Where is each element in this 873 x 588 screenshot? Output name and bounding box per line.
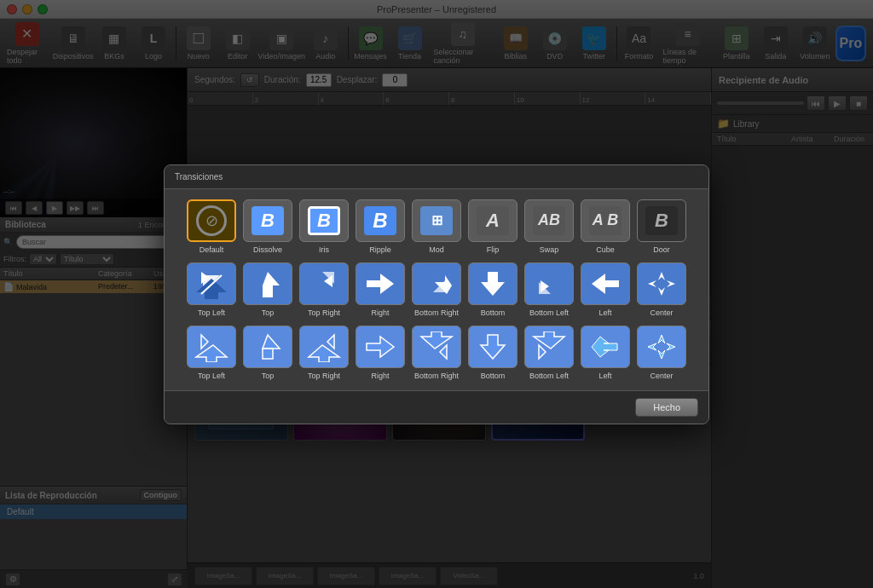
trans-topright-2-icon [299, 326, 349, 368]
trans-left-2-label: Left [598, 372, 611, 380]
svg-marker-25 [440, 345, 447, 359]
trans-center-1-label: Center [650, 308, 673, 317]
svg-marker-14 [658, 272, 665, 280]
trans-mod-label: Mod [429, 245, 444, 254]
trans-top-2-icon [243, 326, 292, 368]
trans-topright-1-icon [299, 262, 349, 305]
svg-marker-30 [592, 337, 617, 357]
trans-left-2-icon [581, 326, 630, 368]
transitions-grid: ⊘ Default B Dissolve B I [165, 189, 708, 390]
trans-ripple-icon: B [356, 199, 405, 242]
transitions-header: Transiciones [165, 165, 708, 189]
trans-bottomleft-2-icon [524, 326, 574, 368]
svg-marker-28 [539, 345, 546, 359]
trans-bottomright-2[interactable]: Bottom Right [412, 326, 461, 380]
svg-marker-13 [592, 274, 619, 294]
trans-dissolve-label: Dissolve [253, 245, 282, 254]
trans-top-2-label: Top [262, 372, 275, 380]
trans-default[interactable]: ⊘ Default [187, 199, 236, 254]
svg-rect-21 [263, 349, 273, 359]
trans-topright-2[interactable]: Top Right [299, 326, 349, 380]
trans-top-1[interactable]: Top [243, 262, 292, 317]
svg-marker-10 [481, 272, 505, 296]
trans-right-2[interactable]: Right [356, 326, 405, 380]
trans-bottomright-1-icon [412, 262, 461, 305]
trans-bottomright-1-label: Bottom Right [414, 308, 459, 317]
trans-center-2-icon [637, 326, 686, 368]
trans-swap-icon: AB [524, 199, 574, 242]
svg-marker-31 [658, 335, 665, 343]
trans-door-icon: B [637, 199, 686, 242]
trans-bottom-2-icon [468, 326, 517, 368]
svg-marker-33 [658, 350, 665, 359]
trans-bottom-2-label: Bottom [481, 372, 506, 380]
trans-topleft-2[interactable]: Top Left [187, 326, 236, 380]
trans-mod[interactable]: ⊞ Mod [412, 199, 461, 254]
trans-bottom-2[interactable]: Bottom [468, 326, 517, 380]
svg-marker-3 [263, 272, 280, 285]
transition-type-row: ⊘ Default B Dissolve B I [175, 199, 698, 254]
hecho-button[interactable]: Hecho [635, 398, 698, 417]
trans-top-2[interactable]: Top [243, 326, 292, 380]
transition-arrow-row2: Top Left Top Top Right [175, 326, 698, 380]
trans-iris[interactable]: B Iris [299, 199, 349, 254]
trans-topright-2-label: Top Right [308, 372, 340, 380]
trans-right-1-label: Right [371, 308, 389, 317]
svg-marker-17 [648, 280, 656, 287]
trans-center-2[interactable]: Center [637, 326, 686, 380]
trans-default-label: Default [199, 245, 224, 254]
trans-left-1-label: Left [598, 308, 611, 317]
svg-marker-22 [327, 335, 334, 349]
trans-dissolve-icon: B [243, 199, 292, 242]
trans-top-1-icon [243, 262, 292, 305]
trans-center-1-icon [637, 262, 686, 305]
trans-topleft-2-icon [187, 326, 236, 368]
trans-cube[interactable]: A B Cube [581, 199, 630, 254]
trans-dissolve[interactable]: B Dissolve [243, 199, 292, 254]
transitions-overlay: Transiciones ⊘ Default B [0, 0, 873, 588]
svg-marker-7 [367, 274, 394, 294]
trans-flip-label: Flip [487, 245, 500, 254]
transition-arrow-row1: Top Left Top Top Right [175, 262, 698, 317]
trans-bottom-1[interactable]: Bottom [468, 262, 517, 317]
trans-door[interactable]: B Door [637, 199, 686, 254]
trans-cube-label: Cube [596, 245, 615, 254]
trans-ripple[interactable]: B Ripple [356, 199, 405, 254]
trans-iris-label: Iris [319, 245, 329, 254]
trans-bottomleft-2[interactable]: Bottom Left [524, 326, 574, 380]
trans-bottomleft-1[interactable]: Bottom Left [524, 262, 574, 317]
svg-marker-1 [196, 279, 227, 299]
trans-center-2-label: Center [650, 372, 673, 380]
trans-bottomleft-2-label: Bottom Left [529, 372, 569, 380]
trans-topleft-1-label: Top Left [198, 308, 225, 317]
trans-bottomright-1[interactable]: Bottom Right [412, 262, 461, 317]
trans-right-2-label: Right [371, 372, 389, 380]
trans-flip[interactable]: A Flip [468, 199, 517, 254]
trans-default-icon: ⊘ [187, 199, 236, 242]
svg-marker-27 [481, 335, 505, 359]
trans-bottom-1-label: Bottom [481, 308, 506, 317]
trans-topleft-1[interactable]: Top Left [187, 262, 236, 317]
svg-marker-18 [201, 335, 208, 349]
trans-left-2[interactable]: Left [581, 326, 630, 380]
trans-bottomright-2-label: Bottom Right [414, 372, 459, 380]
svg-marker-15 [667, 280, 675, 287]
trans-center-1[interactable]: Center [637, 262, 686, 317]
trans-topright-1[interactable]: Top Right [299, 262, 349, 317]
trans-right-1[interactable]: Right [356, 262, 405, 317]
transitions-footer: Hecho [165, 390, 708, 424]
trans-flip-icon: A [468, 199, 517, 242]
trans-iris-icon: B [299, 199, 349, 242]
trans-left-1[interactable]: Left [581, 262, 630, 317]
svg-marker-20 [263, 335, 280, 349]
trans-swap[interactable]: AB Swap [524, 199, 574, 254]
trans-topleft-1-icon [187, 262, 236, 305]
trans-right-2-icon [356, 326, 405, 368]
svg-marker-32 [667, 343, 675, 350]
svg-marker-16 [658, 287, 665, 296]
trans-left-1-icon [581, 262, 630, 305]
trans-topright-1-label: Top Right [308, 308, 340, 317]
trans-right-1-icon [356, 262, 405, 305]
transitions-title: Transiciones [175, 172, 223, 182]
svg-marker-34 [648, 343, 656, 350]
